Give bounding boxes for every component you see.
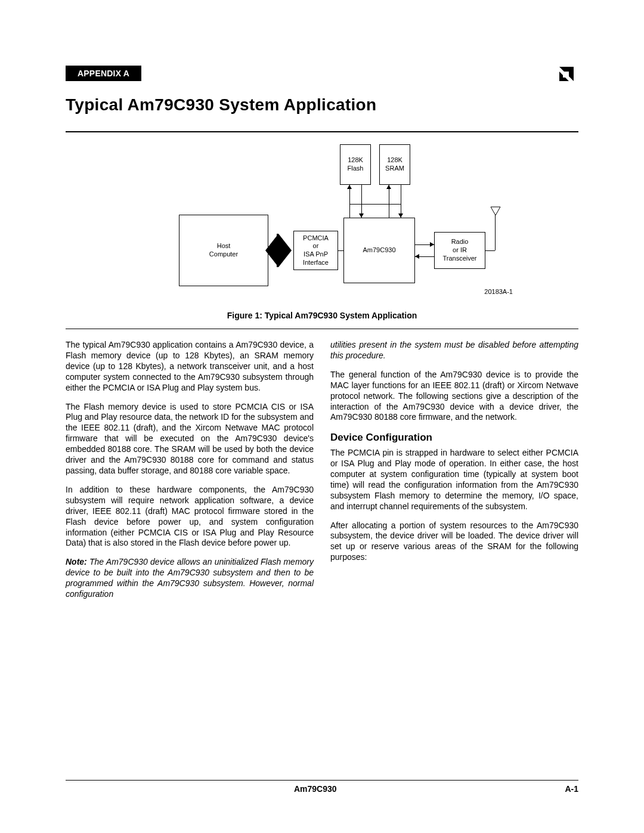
connector <box>401 185 401 218</box>
block-interface: PCMCIA or ISA PnP Interface <box>293 231 338 270</box>
figure-caption: Figure 1: Typical Am79C930 System Applic… <box>66 311 578 320</box>
label: Am79C930 <box>363 246 395 255</box>
page-title: Typical Am79C930 System Application <box>66 95 578 114</box>
footer-center: Am79C930 <box>294 784 337 794</box>
figure-id: 20183A-1 <box>484 288 513 295</box>
body-text: The typical Am79C930 application contain… <box>66 340 314 394</box>
connector <box>495 233 496 250</box>
arrowhead-icon <box>415 254 419 259</box>
arrowhead-icon <box>398 213 403 218</box>
bus-arrow-icon <box>265 234 278 267</box>
page-footer: Am79C930 A-1 <box>66 780 578 794</box>
connector <box>361 185 362 218</box>
body-text: After allocating a portion of system res… <box>330 521 578 563</box>
connector <box>349 204 401 205</box>
arrowhead-icon <box>347 185 352 189</box>
arrowhead-icon <box>386 185 391 189</box>
connector <box>338 250 343 251</box>
appendix-tab: APPENDIX A <box>66 66 141 81</box>
label: or IR <box>453 246 467 255</box>
divider <box>66 329 578 329</box>
note-label: Note: <box>66 557 87 566</box>
connector <box>485 250 495 251</box>
note-continuation: utilities present in the system must be … <box>330 340 578 361</box>
bus-arrow-icon <box>278 234 292 267</box>
label: Interface <box>303 259 329 267</box>
label: Computer <box>209 250 238 259</box>
block-radio: Radio or IR Transceiver <box>434 232 485 269</box>
block-host: Host Computer <box>179 215 268 286</box>
body-text: The PCMCIA pin is strapped in hardware t… <box>330 448 578 512</box>
note-text: Note: The Am79C930 device allows an unin… <box>66 557 314 600</box>
block-core: Am79C930 <box>343 218 415 283</box>
body-text: In addition to these hardware components… <box>66 485 314 549</box>
label: Radio <box>451 238 469 246</box>
label: PCMCIA <box>303 234 329 243</box>
note-body: The Am79C930 device allows an uninitiali… <box>66 557 314 599</box>
section-heading: Device Configuration <box>330 431 578 444</box>
arrowhead-icon <box>359 213 364 218</box>
antenna-icon <box>490 206 501 218</box>
label: 128K <box>387 156 402 165</box>
label: Host <box>217 242 231 250</box>
system-diagram: 128K Flash 128K SRAM Host Computer PCMCI… <box>131 144 513 308</box>
label: Transceiver <box>442 255 476 263</box>
label: or <box>313 242 319 250</box>
divider <box>66 780 578 781</box>
column-left: The typical Am79C930 application contain… <box>66 340 314 600</box>
label: Flash <box>348 165 364 173</box>
column-right: utilities present in the system must be … <box>330 340 578 600</box>
connector <box>349 185 350 218</box>
label: 128K <box>348 156 363 165</box>
amd-logo-icon <box>555 62 578 86</box>
divider <box>66 131 578 132</box>
arrowhead-icon <box>430 242 434 247</box>
body-text: The Flash memory device is used to store… <box>66 402 314 476</box>
body-text: The general function of the Am79C930 dev… <box>330 370 578 423</box>
label: ISA PnP <box>304 250 328 259</box>
connector <box>389 185 389 218</box>
block-sram: 128K SRAM <box>379 144 410 185</box>
label: SRAM <box>385 165 404 173</box>
block-flash: 128K Flash <box>340 144 371 185</box>
footer-page: A-1 <box>565 784 578 794</box>
